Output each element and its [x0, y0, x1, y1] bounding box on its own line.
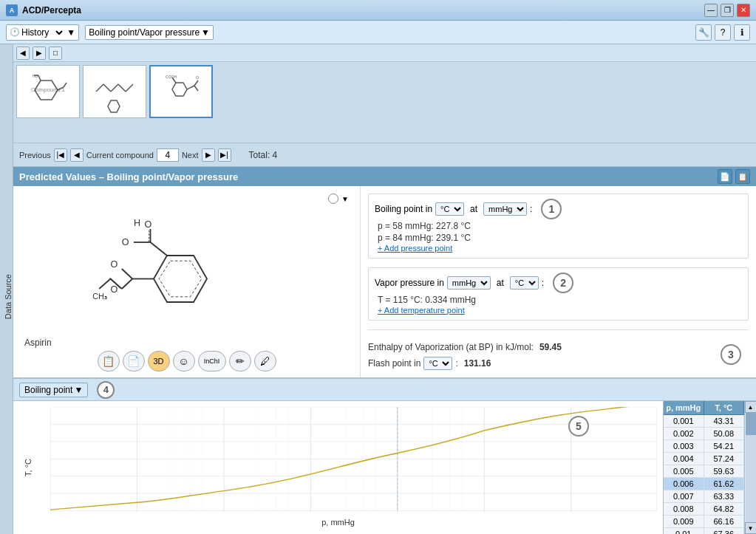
- edit-button[interactable]: ✏: [229, 351, 251, 372]
- flash-unit-select[interactable]: °C°FK: [423, 357, 452, 370]
- svg-marker-12: [108, 100, 120, 112]
- flash-colon: :: [455, 358, 457, 369]
- scroll-thumb[interactable]: [746, 413, 756, 435]
- extra-values: Enthalpy of Vaporization (at BP) in kJ/m…: [368, 339, 749, 370]
- draw-button[interactable]: 🖊: [254, 351, 276, 372]
- copy-icon[interactable]: 📋: [735, 169, 750, 184]
- main-toolbar: 🕐 History ▼ Boiling point/Vapor pressure…: [0, 21, 756, 44]
- table-row[interactable]: 0.00966.16: [664, 516, 744, 528]
- compound-thumb-2[interactable]: [83, 65, 146, 118]
- radio-button[interactable]: [328, 194, 338, 204]
- chart-type-dropdown[interactable]: Boiling point ▼: [19, 383, 88, 397]
- nav-last-button[interactable]: ▶|: [218, 148, 231, 162]
- table-cell-p: 0.003: [664, 440, 704, 452]
- pagination-bar: Previous |◀ ◀ Current compound 4 Next ▶ …: [13, 143, 756, 167]
- title-bar: A ACD/Percepta — ❐ ✕: [0, 0, 756, 21]
- table-row[interactable]: 0.00250.08: [664, 428, 744, 440]
- nav-next-button[interactable]: ▶: [202, 148, 215, 162]
- table-header-t: T, °C: [704, 401, 745, 414]
- chart-container: T, °C p, mmHg 5: [13, 401, 663, 534]
- divider: [368, 329, 749, 330]
- compound-thumb-3[interactable]: O COOH: [149, 65, 213, 118]
- svg-line-8: [103, 84, 111, 92]
- svg-line-11: [126, 84, 133, 92]
- vp-at-label: at: [497, 278, 504, 288]
- app-title: ACD/Percepta: [22, 5, 81, 16]
- bp-unit1-select[interactable]: °C°FK: [435, 202, 464, 216]
- 3d-button[interactable]: 3D: [148, 351, 170, 372]
- history-select[interactable]: [50, 27, 65, 38]
- table-row[interactable]: 0.00559.63: [664, 465, 744, 478]
- paste-structure-button[interactable]: 📄: [123, 351, 145, 372]
- table-cell-t: 57.24: [704, 453, 745, 465]
- compound-thumb-1[interactable]: Compound 1 HO: [16, 65, 80, 118]
- minimize-button[interactable]: —: [704, 4, 718, 17]
- inchi-button[interactable]: InChI: [198, 351, 226, 372]
- predicted-body: ▼ O O H: [13, 186, 756, 379]
- table-cell-t: 43.31: [704, 415, 745, 427]
- info-button[interactable]: ℹ: [734, 24, 750, 41]
- vp-unit1-select[interactable]: mmHgatmPa: [447, 276, 491, 290]
- add-temperature-link[interactable]: + Add temperature point: [378, 306, 465, 315]
- table-cell-t: 61.62: [704, 478, 745, 490]
- help-button[interactable]: ?: [715, 24, 731, 41]
- maximize-button[interactable]: ❐: [721, 4, 734, 17]
- app-icon: A: [6, 4, 18, 16]
- table-row[interactable]: 0.00763.33: [664, 490, 744, 503]
- current-page-input[interactable]: 4: [157, 148, 179, 162]
- predicted-header-icons: 📄 📋: [718, 169, 750, 184]
- title-bar-controls: — ❐ ✕: [704, 4, 750, 17]
- workspace-toolbar: ◀ ▶ □: [13, 44, 756, 62]
- table-cell-p: 0.004: [664, 453, 704, 465]
- ws-new-button[interactable]: □: [49, 47, 62, 60]
- svg-line-15: [194, 81, 198, 86]
- ws-forward-button[interactable]: ▶: [33, 47, 46, 60]
- data-source-label[interactable]: Data Source: [4, 274, 13, 319]
- svg-line-22: [150, 242, 167, 256]
- svg-line-10: [118, 84, 126, 92]
- table-row[interactable]: 0.00143.31: [664, 415, 744, 428]
- svg-text:O: O: [121, 236, 129, 247]
- bottom-section: Boiling point ▼ 4 T, °C p, mmHg 5: [13, 379, 756, 534]
- flash-value: 131.16: [464, 358, 491, 369]
- settings-button[interactable]: 🔧: [695, 24, 712, 41]
- bp-result2: p = 84 mmHg: 239.1 °C: [378, 233, 742, 243]
- copy-structure-button[interactable]: 📋: [98, 351, 120, 372]
- table-row[interactable]: 0.00354.21: [664, 440, 744, 453]
- current-label: Current compound: [86, 151, 154, 160]
- svg-line-14: [187, 86, 194, 89]
- table-cell-p: 0.006: [664, 478, 704, 490]
- table-row[interactable]: 0.0167.36: [664, 528, 744, 534]
- scroll-up-button[interactable]: ▲: [745, 401, 757, 413]
- svg-text:H: H: [134, 218, 140, 228]
- vp-unit2-select[interactable]: °C°FK: [510, 276, 539, 290]
- prediction-dropdown[interactable]: Boiling point/Vapor pressure ▼: [85, 25, 214, 40]
- nav-first-button[interactable]: |◀: [54, 148, 67, 162]
- values-panel: Boiling point in °C°FK at mmHgatmPa : 1 …: [361, 186, 756, 377]
- ws-back-button[interactable]: ◀: [16, 47, 30, 60]
- history-dropdown[interactable]: 🕐 History ▼: [6, 24, 79, 41]
- table-row[interactable]: 0.00661.62: [664, 478, 744, 490]
- vp-colon: :: [542, 278, 544, 288]
- aspirin-structure: O O H O O CH₃: [76, 216, 298, 349]
- prediction-label: Boiling point/Vapor pressure: [89, 27, 200, 38]
- structure-thumb-2: [89, 69, 140, 114]
- next-label: Next: [182, 151, 199, 160]
- table-row[interactable]: 0.00457.24: [664, 453, 744, 465]
- nav-prev-button[interactable]: ◀: [70, 148, 84, 162]
- close-button[interactable]: ✕: [737, 4, 750, 17]
- chart-toolbar-circle: 4: [97, 381, 115, 399]
- add-pressure-link[interactable]: + Add pressure point: [378, 244, 452, 253]
- table-row[interactable]: 0.00864.82: [664, 503, 744, 516]
- x-axis-label: p, mmHg: [321, 518, 355, 527]
- smiley-button[interactable]: ☺: [173, 351, 195, 372]
- structure-actions: 📋 📄 3D ☺ InChI ✏ 🖊: [98, 351, 276, 372]
- svg-line-9: [111, 84, 118, 92]
- scroll-down-button[interactable]: ▼: [745, 522, 757, 534]
- pdf-icon[interactable]: 📄: [718, 169, 732, 184]
- main-layout: Data Source Workspace ◀ ▶ □ Compound 1: [0, 44, 756, 534]
- structure-thumb-1: Compound 1 HO: [22, 69, 74, 114]
- bp-unit2-select[interactable]: mmHgatmPa: [483, 202, 527, 216]
- prediction-chevron: ▼: [201, 27, 210, 38]
- table-cell-t: 59.63: [704, 465, 745, 477]
